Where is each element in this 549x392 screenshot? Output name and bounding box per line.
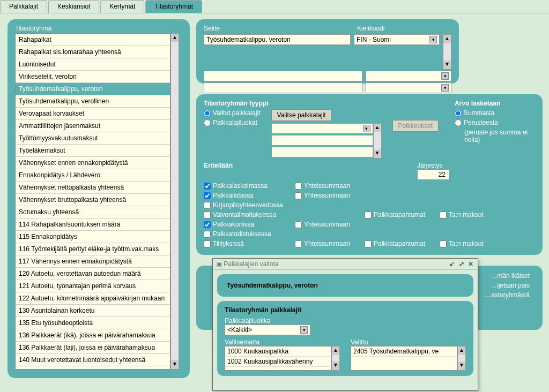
valitsematta-label: Valitsematta xyxy=(225,338,340,346)
dialog-body-panel: Tilastoryhmän palkkalajit Palkkalajiluok… xyxy=(217,301,473,376)
right-scroll[interactable]: ▲▼ xyxy=(457,346,466,371)
chk-yht2[interactable]: Yhteissummaan xyxy=(295,192,365,199)
arvo-hint: (peruste jos summa ei nolla) xyxy=(455,129,535,144)
list-item[interactable]: 116 Työntekijältä perityt eläke-ja tyött… xyxy=(16,243,170,255)
list-item[interactable]: 135 Etu työsuhdeoptioista xyxy=(16,317,170,329)
left-scroll[interactable]: ▲▼ xyxy=(331,346,340,371)
list-item[interactable]: Työsuhdematkalippu, veroton xyxy=(16,83,170,95)
tilastoryhma-list[interactable]: RahapalkatRahapalkat sis.lomarahaa yhtee… xyxy=(15,33,170,370)
list-item[interactable]: Työsuhdematkalippu, verollinen xyxy=(16,95,170,108)
maximize-icon[interactable]: ⤢ xyxy=(458,260,465,268)
chevron-down-icon: ▾ xyxy=(441,84,449,92)
minimize-icon[interactable]: ↙ xyxy=(448,260,456,268)
selite-scroll[interactable]: ▲▼ xyxy=(443,34,451,70)
list-item[interactable]: 121 Autoetu, työnantajan perimä korvaus xyxy=(16,280,170,292)
selite-field[interactable] xyxy=(204,71,362,81)
chk-valvonta[interactable]: Valvontailmoituksessa xyxy=(204,211,295,218)
kielikoodi-select[interactable]: FIN - Suomi▾ xyxy=(354,34,440,45)
list-item[interactable]: Rahapalkat xyxy=(16,34,170,46)
list-item[interactable]: 114 Rahapalkan/suorituksen määrä xyxy=(16,218,170,231)
luokka-field-2[interactable] xyxy=(271,135,373,146)
chk-tilityksissa[interactable]: Tilityksissä xyxy=(204,240,295,247)
radio-valitut[interactable]: Valitut palkkalajit xyxy=(204,109,261,117)
chk-palkkatap1[interactable]: Palkkatapahtumat xyxy=(365,211,440,218)
chk-palkkatap2[interactable]: Palkkatapahtumat xyxy=(365,240,440,247)
list-item[interactable]: 136 Palkkaerät (laji), joissa ei päivära… xyxy=(16,342,170,354)
chk-yht4[interactable]: Yhteissummaan xyxy=(295,240,365,247)
list-item[interactable]: 120 Autoetu, verotettavan autoedun määrä xyxy=(16,268,170,280)
chk-yht1[interactable]: Yhteissummaan xyxy=(295,182,365,190)
list-scrollbar[interactable]: ▲ ▼ xyxy=(170,33,179,370)
valittu-label: Valittu xyxy=(351,338,466,346)
tab-keskiansiot[interactable]: Keskiansiot xyxy=(48,0,99,13)
list-item[interactable]: 136 Palkkaerät (ikä), joissa ei päivärah… xyxy=(16,329,170,342)
chk-kirjanpito[interactable]: Kirjanpitoyhteenvedossa xyxy=(204,201,295,209)
chk-tan2[interactable]: Ta:n maksut xyxy=(440,240,499,247)
list-item[interactable]: Työttömyysvakuutusmaksut xyxy=(16,132,170,145)
dialog-titlebar[interactable]: ▣ Palkkalajien valinta ↙ ⤢ ✕ xyxy=(213,259,478,270)
tab-kertymat[interactable]: Kertymät xyxy=(100,0,144,13)
list-item[interactable]: Vähennykset ennen ennakonpidätystä xyxy=(16,157,170,169)
type-title: Tilastoryhmän tyyppi xyxy=(204,100,455,107)
list-item[interactable]: 130 Asuntolainan korkoetu xyxy=(16,305,170,317)
list-item[interactable]: 1000 Kuukausipalkka xyxy=(225,346,331,357)
list-item[interactable]: Sotumaksu yhteensä xyxy=(16,206,170,218)
radio-summasta[interactable]: Summasta xyxy=(455,109,535,117)
window-icon: ▣ xyxy=(216,260,222,268)
chk-palkkakortissa[interactable]: Palkkakortissa xyxy=(204,221,295,228)
list-item[interactable]: 1002 Kuukausipalkkavähenny xyxy=(225,357,331,367)
list-item[interactable]: Vähennykset bruttopalkasta yhteensä xyxy=(16,194,170,206)
luokka-field-3[interactable] xyxy=(271,147,373,157)
luokka-label: Palkkalajiluokka xyxy=(225,317,466,325)
list-item[interactable]: 115 Ennakonpidätys xyxy=(16,231,170,243)
tab-tilastoryhmat[interactable]: Tilastoryhmät xyxy=(145,0,202,13)
list-item[interactable]: Virikesetelit, veroton xyxy=(16,71,170,83)
list-item[interactable]: Vähennykset nettopalkasta yhteensä xyxy=(16,182,170,194)
luokka-select-1[interactable]: ▾ xyxy=(271,123,373,134)
luokka-select[interactable]: <Kaikki>▾ xyxy=(225,325,310,335)
list-item[interactable]: 141 Muut luontoisedut, työnantajan perim… xyxy=(16,366,170,370)
list-item[interactable]: 140 Muut verotettavat luontoisedut yhtee… xyxy=(16,354,170,366)
list-item[interactable]: Verovapaat korvaukset xyxy=(16,108,170,120)
dialog-title-text: Palkkalajien valinta xyxy=(224,260,278,268)
dialog-section-title: Tilastoryhmän palkkalajit xyxy=(225,306,466,314)
chk-palkkalistassa[interactable]: Palkkalistassa xyxy=(204,192,295,199)
list-item[interactable]: Työeläkemaksut xyxy=(16,145,170,157)
jarjestys-input[interactable] xyxy=(417,169,449,180)
selite-field[interactable] xyxy=(204,82,362,93)
valitsematta-list[interactable]: 1000 Kuukausipalkka1002 Kuukausipalkkavä… xyxy=(225,346,331,371)
kielikoodi-select[interactable]: ▾ xyxy=(366,71,451,81)
scroll-up-icon[interactable]: ▲ xyxy=(171,34,179,42)
list-item[interactable]: Ennakonpidätys / Lähdevero xyxy=(16,169,170,182)
tilastoryhma-title: Tilastoryhmä xyxy=(15,25,182,32)
scroll-down-icon[interactable]: ▼ xyxy=(171,360,179,369)
chevron-down-icon: ▾ xyxy=(363,125,370,132)
tab-palkkalajit[interactable]: Palkkalajit xyxy=(0,0,47,13)
valitse-palkkalajit-button[interactable]: Valitse palkkalajit xyxy=(271,109,332,121)
chk-tan1[interactable]: Ta:n maksut xyxy=(440,211,499,218)
palkkalajien-valinta-dialog: ▣ Palkkalajien valinta ↙ ⤢ ✕ Työsuhdemat… xyxy=(212,258,478,391)
list-item[interactable]: 2405 Työsuhdematkalippu, ve xyxy=(351,346,457,357)
kielikoodi-select[interactable]: ▾ xyxy=(366,82,451,93)
close-icon[interactable]: ✕ xyxy=(467,260,474,268)
radio-luokat[interactable]: Palkkalajiluokat xyxy=(204,119,261,126)
chevron-down-icon: ▾ xyxy=(300,326,308,334)
tilastoryhma-panel: Tilastoryhmä RahapalkatRahapalkat sis.lo… xyxy=(8,19,190,378)
list-item[interactable]: Ammattiliittojen jäsenmaksut xyxy=(16,120,170,132)
list-item[interactable]: 117 Vähennys ennen ennakonpidätystä xyxy=(16,255,170,268)
list-item[interactable]: Rahapalkat sis.lomarahaa yhteensä xyxy=(16,46,170,58)
poikkeukset-button[interactable]: Poikkeukset xyxy=(392,120,439,132)
list-item[interactable]: 122 Autoetu, kilometrimäärä ajopäiväkirj… xyxy=(16,292,170,305)
list-item[interactable]: Luontoisedut xyxy=(16,58,170,71)
eritellaan-title: Eritellään xyxy=(204,162,233,178)
chk-yht3[interactable]: Yhteissummaan xyxy=(295,221,365,228)
valittu-list[interactable]: 2405 Työsuhdematkalippu, ve xyxy=(351,346,457,371)
tab-bar: Palkkalajit Keskiansiot Kertymät Tilasto… xyxy=(0,0,549,13)
kielikoodi-label: Kielikoodi xyxy=(357,25,451,32)
jarjestys-label: Järjestys xyxy=(417,162,442,169)
luokka-scroll[interactable]: ▲▼ xyxy=(373,123,382,159)
chk-palkkalaskelmassa[interactable]: Palkkalaskelmassa xyxy=(204,182,295,190)
chk-palkkatodistus[interactable]: Palkkatodistuksessa xyxy=(204,230,295,238)
selite-field[interactable]: Työsuhdematkalippu, veroton xyxy=(204,34,351,45)
radio-perusteesta[interactable]: Perusteesta xyxy=(455,119,535,126)
